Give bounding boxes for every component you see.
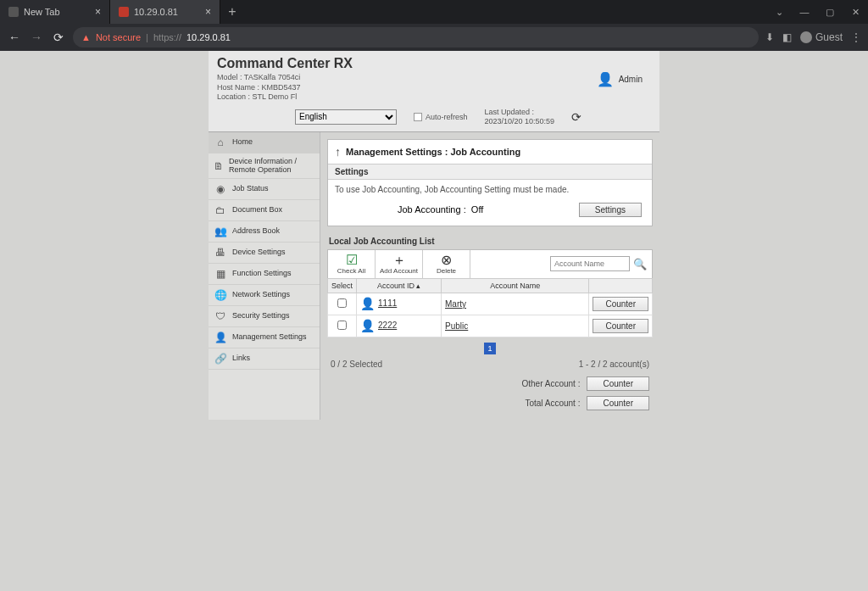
favicon-icon — [119, 7, 129, 17]
list-toolbar: ☑ Check All ＋ Add Account ⊗ Delete 🔍 — [327, 249, 653, 278]
panel-icon[interactable]: ◧ — [782, 31, 792, 43]
sidebar-item-document-box[interactable]: 🗀Document Box — [209, 200, 320, 221]
eye-icon: ◉ — [214, 183, 227, 195]
add-account-button[interactable]: ＋ Add Account — [376, 250, 423, 278]
sidebar-item-job-status[interactable]: ◉Job Status — [209, 179, 320, 200]
home-icon: ⌂ — [214, 137, 227, 148]
close-icon[interactable]: × — [205, 6, 211, 18]
auto-refresh-checkbox[interactable]: Auto-refresh — [414, 113, 468, 121]
col-select: Select — [328, 278, 357, 293]
forward-button[interactable]: → — [29, 31, 44, 44]
sidebar-item-function-settings[interactable]: ▦Function Settings — [209, 264, 320, 285]
delete-button[interactable]: ⊗ Delete — [423, 250, 470, 278]
col-account-name[interactable]: Account Name — [442, 278, 589, 293]
selected-count: 0 / 2 Selected — [331, 360, 382, 369]
table-row: 👤1111 Marty Counter — [328, 293, 653, 315]
sidebar-item-management-settings[interactable]: 👤Management Settings — [209, 327, 320, 348]
new-tab-button[interactable]: + — [220, 0, 244, 24]
sort-asc-icon: ▴ — [416, 282, 420, 290]
admin-label: Admin — [619, 75, 643, 84]
account-icon: 👤 — [360, 319, 375, 332]
total-account-label: Total Account : — [525, 399, 580, 408]
management-icon: 👤 — [214, 332, 227, 343]
search-icon[interactable]: 🔍 — [633, 258, 647, 270]
sidebar-item-address-book[interactable]: 👥Address Book — [209, 221, 320, 243]
row-checkbox[interactable] — [337, 321, 347, 330]
link-icon: 🔗 — [214, 353, 227, 365]
list-title: Local Job Accounting List — [327, 233, 653, 249]
check-icon: ☑ — [346, 254, 358, 267]
page-1-button[interactable]: 1 — [484, 343, 496, 354]
job-accounting-value: Off — [471, 204, 483, 215]
up-arrow-icon[interactable]: ↑ — [335, 145, 341, 159]
sidebar-item-home[interactable]: ⌂Home — [209, 132, 320, 153]
refresh-icon[interactable]: ⟳ — [571, 110, 581, 124]
model-value: TASKalfa 7054ci — [244, 73, 300, 81]
counter-button[interactable]: Counter — [593, 297, 648, 311]
sidebar-item-security-settings[interactable]: 🛡Security Settings — [209, 306, 320, 327]
account-name-link[interactable]: Marty — [445, 299, 466, 309]
model-label: Model : — [217, 73, 242, 81]
settings-section-header: Settings — [328, 164, 652, 180]
browser-tab-strip: New Tab × 10.29.0.81 × + ⌄ — ▢ ✕ — [0, 0, 868, 24]
counter-button[interactable]: Counter — [593, 319, 648, 333]
range-text: 1 - 2 / 2 account(s) — [579, 360, 649, 369]
close-icon[interactable]: × — [95, 6, 101, 18]
search-input[interactable] — [550, 256, 630, 271]
document-icon: 🗎 — [214, 160, 224, 172]
sidebar-item-network-settings[interactable]: 🌐Network Settings — [209, 285, 320, 306]
url-prefix: https:// — [153, 32, 181, 42]
not-secure-label: Not secure — [96, 32, 141, 42]
avatar-icon — [800, 31, 812, 43]
folder-icon: 🗀 — [214, 204, 227, 216]
admin-link[interactable]: 👤 Admin — [597, 56, 643, 103]
hostname-label: Host Name : — [217, 83, 259, 92]
last-updated: Last Updated : 2023/10/20 10:50:59 — [485, 108, 555, 126]
col-account-id[interactable]: Account ID▴ — [357, 278, 442, 293]
window-minimize-button[interactable]: — — [792, 0, 817, 24]
delete-icon: ⊗ — [441, 254, 452, 267]
addressbook-icon: 👥 — [214, 226, 227, 237]
sidebar: ⌂Home 🗎Device Information / Remote Opera… — [209, 132, 320, 420]
favicon-icon — [8, 7, 19, 17]
chevron-down-icon[interactable]: ⌄ — [766, 0, 792, 24]
account-id-link[interactable]: 2222 — [378, 321, 397, 330]
check-all-button[interactable]: ☑ Check All — [328, 250, 376, 278]
settings-note: To use Job Accounting, Job Accounting Se… — [328, 180, 652, 199]
viewport: Command Center RX Model : TASKalfa 7054c… — [0, 51, 868, 591]
download-icon[interactable]: ⬇ — [765, 31, 774, 43]
plus-icon: ＋ — [392, 254, 406, 267]
page-title: Command Center RX — [217, 56, 597, 71]
account-name-link[interactable]: Public — [445, 321, 468, 331]
reload-button[interactable]: ⟳ — [51, 31, 66, 44]
job-accounting-label: Job Accounting : — [398, 204, 466, 215]
window-close-button[interactable]: ✕ — [843, 0, 868, 24]
language-select[interactable]: English — [295, 109, 397, 125]
user-icon: 👤 — [597, 71, 614, 87]
back-button[interactable]: ← — [7, 31, 22, 44]
location-label: Location : — [217, 92, 250, 101]
warning-icon: ▲ — [81, 32, 91, 42]
total-account-counter-button[interactable]: Counter — [587, 396, 649, 410]
gear-icon: 🖶 — [214, 247, 227, 259]
function-icon: ▦ — [214, 268, 227, 280]
window-maximize-button[interactable]: ▢ — [817, 0, 843, 24]
globe-icon: 🌐 — [214, 289, 227, 301]
sidebar-item-links[interactable]: 🔗Links — [209, 348, 320, 370]
other-account-counter-button[interactable]: Counter — [587, 376, 649, 391]
tab-title: 10.29.0.81 — [134, 7, 178, 17]
shield-icon: 🛡 — [214, 310, 227, 322]
account-icon: 👤 — [360, 297, 375, 310]
profile-button[interactable]: Guest — [800, 31, 843, 43]
url-input[interactable]: ▲ Not secure | https://10.29.0.81 — [73, 27, 759, 47]
browser-tab-active[interactable]: 10.29.0.81 × — [110, 0, 220, 24]
pagination: 1 — [327, 337, 653, 360]
account-id-link[interactable]: 1111 — [378, 298, 397, 308]
sidebar-item-device-settings[interactable]: 🖶Device Settings — [209, 243, 320, 264]
row-checkbox[interactable] — [337, 298, 347, 308]
hostname-value: KMBD5437 — [262, 83, 301, 92]
browser-tab-newtab[interactable]: New Tab × — [0, 0, 110, 24]
settings-button[interactable]: Settings — [579, 203, 642, 217]
sidebar-item-device-info[interactable]: 🗎Device Information / Remote Operation — [209, 153, 320, 180]
menu-icon[interactable]: ⋮ — [851, 31, 861, 43]
